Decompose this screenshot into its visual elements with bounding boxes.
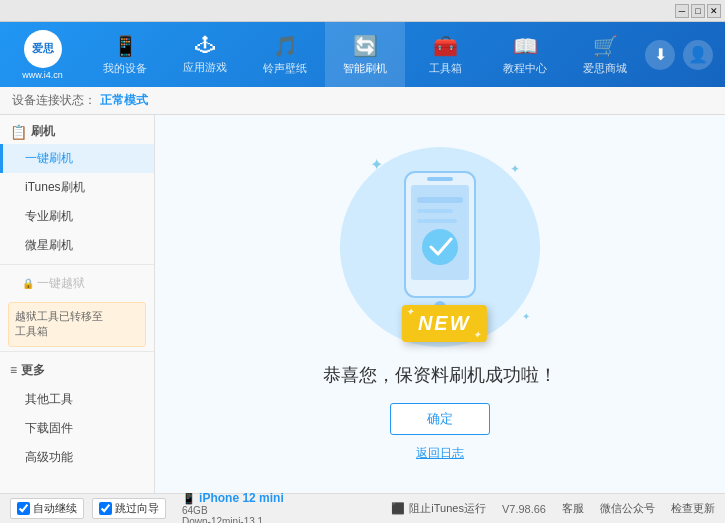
user-icon: 👤 [688,45,708,64]
auto-continue-input[interactable] [17,502,30,515]
tutorial-icon: 📖 [513,34,538,58]
close-button[interactable]: ✕ [707,4,721,18]
nav-tab-tutorial[interactable]: 📖 教程中心 [485,22,565,87]
status-value: 正常模式 [100,92,148,109]
title-bar: ─ □ ✕ [0,0,725,22]
sidebar-item-itunes-flash[interactable]: iTunes刷机 [0,173,154,202]
sidebar-item-weixing-flash-label: 微星刷机 [25,238,73,252]
bottom-right: ⬛ 阻止iTunes运行 V7.98.66 客服 微信公众号 检查更新 [391,501,715,516]
status-label: 设备连接状态： [12,92,96,109]
svg-rect-2 [427,177,453,181]
confirm-button[interactable]: 确定 [390,403,490,435]
sparkle1: ✦ [370,155,383,174]
redo-link[interactable]: 返回日志 [416,445,464,462]
maximize-button[interactable]: □ [691,4,705,18]
svg-rect-6 [417,219,457,223]
main-layout: 📋 刷机 一键刷机 iTunes刷机 专业刷机 微星刷机 🔒 一键越狱 越狱工具… [0,115,725,493]
nav-tab-shop-label: 爱思商城 [583,61,627,76]
sidebar-item-advanced[interactable]: 高级功能 [0,443,154,472]
ringtone-icon: 🎵 [273,34,298,58]
stop-itunes[interactable]: ⬛ 阻止iTunes运行 [391,501,486,516]
success-text: 恭喜您，保资料刷机成功啦！ [323,363,557,387]
device-model: Down-12mini-13.1 [182,516,284,524]
sparkle3: ✦ [522,311,530,322]
minimize-button[interactable]: ─ [675,4,689,18]
more-icon: ≡ [10,363,17,377]
sidebar-divider [0,264,154,265]
phone-small-icon: 📱 [182,492,196,504]
user-button[interactable]: 👤 [683,40,713,70]
nav-tab-flash-label: 智能刷机 [343,61,387,76]
sidebar-divider2 [0,351,154,352]
sidebar: 📋 刷机 一键刷机 iTunes刷机 专业刷机 微星刷机 🔒 一键越狱 越狱工具… [0,115,155,493]
nav-tab-tools[interactable]: 🧰 工具箱 [405,22,485,87]
new-badge-text: NEW [418,312,471,334]
svg-rect-4 [417,197,463,203]
status-bar: 设备连接状态： 正常模式 [0,87,725,115]
shop-icon: 🛒 [593,34,618,58]
wechat-link[interactable]: 微信公众号 [600,501,655,516]
sidebar-note-jailbreak: 越狱工具已转移至工具箱 [8,302,146,347]
bottom-bar: 自动继续 跳过向导 📱 iPhone 12 mini 64GB Down-12m… [0,493,725,523]
sidebar-item-other-tools-label: 其他工具 [25,392,73,406]
auto-continue-label: 自动继续 [33,501,77,516]
sidebar-item-jailbreak-label: 一键越狱 [37,276,85,290]
nav-tab-my-device[interactable]: 📱 我的设备 [85,22,165,87]
content-area: ✦ ✦ ✦ [155,115,725,493]
apps-icon: 🕹 [195,34,215,57]
nav-tab-apps-label: 应用游戏 [183,60,227,75]
download-button[interactable]: ⬇ [645,40,675,70]
header: 爱思 www.i4.cn 📱 我的设备 🕹 应用游戏 🎵 铃声壁纸 🔄 智能刷机… [0,22,725,87]
svg-rect-5 [417,209,453,213]
logo-url: www.i4.cn [22,70,63,80]
sidebar-section-flash: 📋 刷机 [0,115,154,144]
skip-wizard-checkbox[interactable]: 跳过向导 [92,498,166,519]
sidebar-item-weixing-flash[interactable]: 微星刷机 [0,231,154,260]
flash-section-icon: 📋 [10,124,27,140]
sidebar-item-download-firmware[interactable]: 下载固件 [0,414,154,443]
nav-tab-flash[interactable]: 🔄 智能刷机 [325,22,405,87]
nav-tab-ringtone[interactable]: 🎵 铃声壁纸 [245,22,325,87]
stop-icon: ⬛ [391,502,405,515]
auto-continue-checkbox[interactable]: 自动继续 [10,498,84,519]
bottom-left: 自动继续 跳过向导 📱 iPhone 12 mini 64GB Down-12m… [10,491,391,524]
flash-icon: 🔄 [353,34,378,58]
sidebar-item-other-tools[interactable]: 其他工具 [0,385,154,414]
nav-tab-apps[interactable]: 🕹 应用游戏 [165,22,245,87]
svg-point-7 [422,229,458,265]
sidebar-note-text: 越狱工具已转移至工具箱 [15,310,103,337]
nav-tab-my-device-label: 我的设备 [103,61,147,76]
new-badge: ✦ NEW ✦ [402,305,487,342]
sidebar-item-advanced-label: 高级功能 [25,450,73,464]
service-link[interactable]: 客服 [562,501,584,516]
logo-icon: 爱思 [24,30,62,68]
sidebar-item-one-key-flash[interactable]: 一键刷机 [0,144,154,173]
device-info: 📱 iPhone 12 mini 64GB Down-12mini-13.1 [182,491,284,524]
logo-area: 爱思 www.i4.cn [0,26,85,84]
sidebar-item-pro-flash-label: 专业刷机 [25,209,73,223]
nav-tab-ringtone-label: 铃声壁纸 [263,61,307,76]
sidebar-item-download-firmware-label: 下载固件 [25,421,73,435]
nav-tabs: 📱 我的设备 🕹 应用游戏 🎵 铃声壁纸 🔄 智能刷机 🧰 工具箱 📖 教程中心… [85,22,645,87]
window-controls[interactable]: ─ □ ✕ [675,4,721,18]
sidebar-item-jailbreak-disabled: 🔒 一键越狱 [0,269,154,298]
skip-wizard-input[interactable] [99,502,112,515]
sidebar-section-more-label: 更多 [21,362,45,379]
sparkle2: ✦ [510,162,520,176]
version-text: V7.98.66 [502,503,546,515]
update-link[interactable]: 检查更新 [671,501,715,516]
skip-wizard-label: 跳过向导 [115,501,159,516]
nav-tab-tools-label: 工具箱 [429,61,462,76]
sidebar-section-more: ≡ 更多 [0,356,154,385]
tools-icon: 🧰 [433,34,458,58]
sidebar-item-itunes-flash-label: iTunes刷机 [25,180,85,194]
nav-tab-tutorial-label: 教程中心 [503,61,547,76]
nav-tab-shop[interactable]: 🛒 爱思商城 [565,22,645,87]
my-device-icon: 📱 [113,34,138,58]
logo-text: 爱思 [32,41,54,56]
sidebar-item-pro-flash[interactable]: 专业刷机 [0,202,154,231]
device-storage: 64GB [182,505,284,516]
download-icon: ⬇ [654,45,667,64]
header-right: ⬇ 👤 [645,40,725,70]
sidebar-item-one-key-flash-label: 一键刷机 [25,151,73,165]
